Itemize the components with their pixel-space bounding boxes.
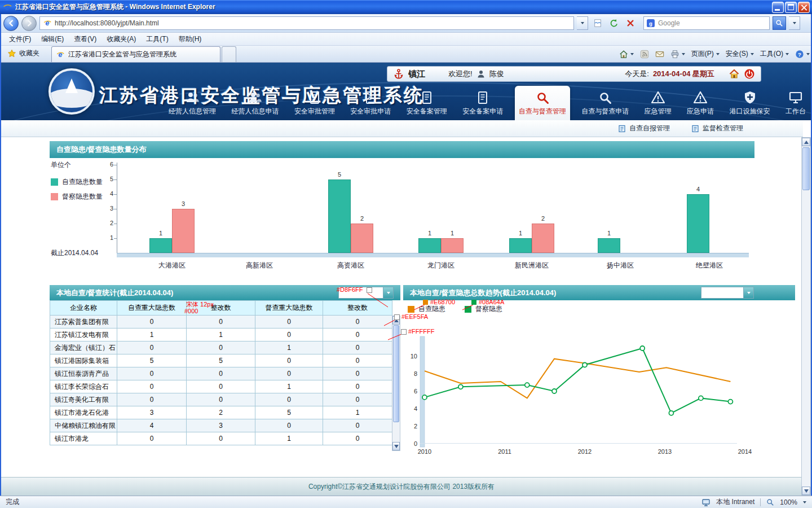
subnav-item[interactable]: 自查自报管理 [618,124,670,133]
compatibility-view-button[interactable] [591,17,604,29]
restore-button[interactable] [785,2,797,13]
url-field[interactable]: e http://localhost:8080/yjpt/Main.html [39,16,574,30]
stop-button[interactable] [624,17,637,29]
window-titlebar[interactable]: e 江苏省港口安全监管与应急管理系统 - Windows Internet Ex… [0,0,812,14]
bar-y-tick-label: 5 [98,176,113,182]
doc-icon [420,90,434,105]
table-row[interactable]: 江苏镇江发电有限1100 [50,329,392,341]
legend-swatch [465,306,471,313]
feeds-button[interactable] [640,50,649,59]
bar-y-tick-label: 6 [98,161,113,168]
scroll-down-button[interactable] [802,487,810,495]
close-button[interactable] [798,2,810,13]
refresh-button[interactable] [607,17,621,29]
back-button[interactable] [3,16,19,31]
nav-item[interactable]: 安全备案申请 [458,86,507,120]
help-button[interactable]: ? [795,50,810,59]
search-input[interactable]: g Google [643,16,770,30]
stop-icon [626,19,634,27]
stat-value: 0 [323,354,392,367]
table-row[interactable]: 金海宏业（镇江）石0010 [50,341,392,354]
home-button[interactable] [619,50,634,59]
legend-label: 督察隐患数量 [62,192,103,202]
spec-note-row-color: #FFFFFF [408,328,434,335]
trend-period-select[interactable] [701,287,754,299]
svg-text:?: ? [798,51,801,57]
nav-item[interactable]: 工作台 [782,86,810,120]
print-button[interactable] [670,50,685,59]
bar-category-label: 高资港区 [317,261,385,270]
nav-item-active[interactable]: 自查与督查管理 [515,86,570,120]
logout-icon[interactable] [744,68,755,80]
menu-item[interactable]: 帮助(H) [174,33,206,45]
dropdown-button[interactable] [743,287,753,298]
home-shortcut-icon[interactable] [729,68,740,80]
bar-supervise [351,224,373,253]
table-row[interactable]: 镇江港国际集装箱5500 [50,354,392,367]
bar-y-tick [114,165,117,165]
page-menu-button[interactable]: 页面(P) [691,49,720,59]
monitor-icon [788,90,803,105]
read-mail-button[interactable] [655,50,664,59]
table-row[interactable]: 江苏索普集团有限0000 [50,316,392,329]
nav-item[interactable]: 自查与督查申请 [577,86,633,120]
welcome-bar: 镇江 欢迎您! 陈俊 今天是: 2014-04-04 星期五 [387,66,761,82]
bar-value-label: 5 [328,171,351,178]
tab-favicon-icon: e [56,50,65,59]
dropdown-button[interactable] [383,287,393,298]
menu-item[interactable]: 查看(V) [69,33,101,45]
menu-item[interactable]: 文件(F) [5,33,36,45]
stat-value: 3 [117,406,187,419]
table-row[interactable]: 镇江奇美化工有限0000 [50,393,392,406]
search-options-dropdown[interactable] [789,16,800,30]
scroll-down-button[interactable] [392,442,400,450]
nav-item[interactable]: 经营人信息管理 [165,86,220,120]
table-row[interactable]: 镇江李长荣综合石0010 [50,380,392,393]
minimize-button[interactable] [772,2,784,13]
table-panel-title: 本地自查/督查统计(截止2014.04.04) [56,288,173,298]
nav-item[interactable]: 经营人信息申请 [227,86,283,120]
user-name[interactable]: 陈俊 [489,69,504,79]
nav-item-label: 安全备案管理 [407,107,447,116]
table-row[interactable]: 镇江恒泰沥青产品0000 [50,367,392,380]
nav-item[interactable]: 应急申请 [683,86,718,120]
nav-item[interactable]: 安全审批申请 [346,86,395,120]
scroll-thumb[interactable] [802,147,810,190]
scroll-thumb[interactable] [393,325,399,422]
bar-category-label: 龙门港区 [407,261,475,270]
stat-value: 0 [323,341,392,354]
new-tab-stub[interactable] [222,46,236,62]
forward-button[interactable] [21,16,37,31]
spec-swatch-green [471,300,476,305]
stat-value: 5 [187,354,255,367]
page-scrollbar[interactable] [801,137,811,496]
spec-note-font-color: #000 [184,308,198,314]
table-row[interactable]: 镇江市港龙石化港3251 [50,406,392,419]
browser-tab-active[interactable]: e 江苏省港口安全监管与应急管理系统 [51,46,220,62]
intranet-zone-icon [701,498,710,507]
url-history-dropdown[interactable] [577,16,588,30]
bar-category-label: 扬中港区 [586,261,654,270]
menu-item[interactable]: 收藏夹(A) [102,33,140,45]
nav-item[interactable]: 安全备案管理 [403,86,451,120]
company-name: 江苏索普集团有限 [50,316,117,329]
safety-menu-button[interactable]: 安全(S) [726,49,754,59]
bar-category-label: 新民洲港区 [498,261,566,270]
menu-item[interactable]: 工具(T) [142,33,173,45]
legend-swatch [51,193,58,200]
nav-item[interactable]: 安全审批管理 [290,86,339,120]
menu-item[interactable]: 编辑(E) [37,33,68,45]
zoom-level[interactable]: 100% [780,498,797,506]
nav-item[interactable]: 应急管理 [641,86,676,120]
nav-item[interactable]: 港口设施保安 [726,86,774,120]
stat-value: 0 [255,367,323,380]
table-row[interactable]: 中储粮镇江粮油有限4300 [50,419,392,432]
favorites-button[interactable]: 收藏夹 [2,46,45,60]
subnav-item[interactable]: 监督检查管理 [691,124,743,133]
bar-value-label: 1 [441,230,464,237]
scroll-up-button[interactable] [802,138,810,146]
search-go-button[interactable] [773,16,786,30]
table-row[interactable]: 镇江市港龙0010 [50,432,392,445]
table-scrollbar[interactable] [392,316,400,451]
tools-menu-button[interactable]: 工具(O) [760,49,789,59]
